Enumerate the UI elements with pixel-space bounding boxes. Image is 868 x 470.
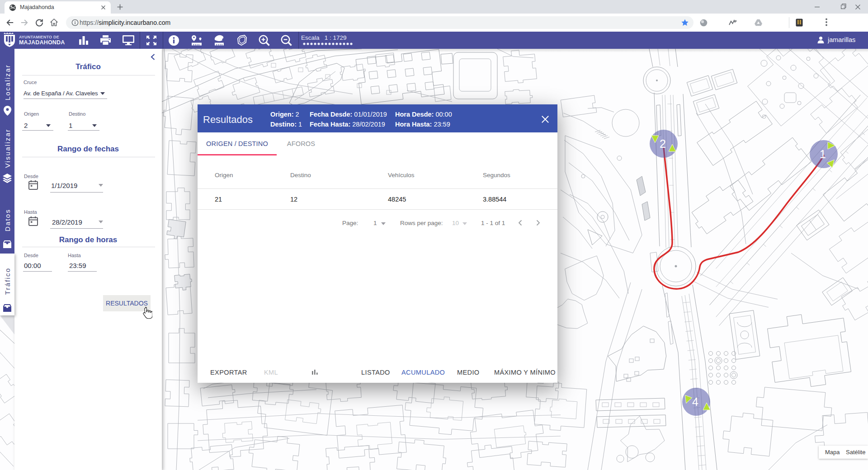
svg-text:1: 1 — [820, 148, 826, 160]
svg-text:4: 4 — [692, 395, 698, 408]
svg-text:2: 2 — [660, 137, 666, 150]
